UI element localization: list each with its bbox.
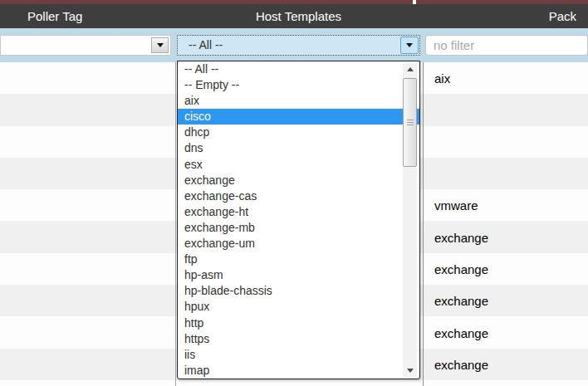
dropdown-option[interactable]: exchange-ht <box>178 204 419 220</box>
header-column-pack[interactable]: Pack <box>549 4 576 28</box>
pack-filter-input[interactable] <box>425 35 588 56</box>
triangle-down-icon <box>407 369 414 373</box>
dropdown-option[interactable]: exchange-mb <box>178 220 419 236</box>
dropdown-option[interactable]: hpux <box>178 299 419 315</box>
poller-tag-filter-select[interactable] <box>0 35 171 56</box>
host-templates-filter-select[interactable]: -- All -- <box>177 35 420 56</box>
scroll-up-button[interactable] <box>403 63 417 76</box>
host-select-arrow-button[interactable] <box>400 37 419 54</box>
dropdown-option[interactable]: -- Empty -- <box>178 77 419 93</box>
dropdown-option[interactable]: hp-blade-chassis <box>178 283 419 299</box>
dropdown-option[interactable]: cisco <box>178 109 419 125</box>
scroll-down-button[interactable] <box>403 364 417 377</box>
dropdown-option[interactable]: ftp <box>178 252 419 267</box>
dropdown-option[interactable]: iis <box>178 347 419 363</box>
scrollbar-thumb[interactable] <box>403 78 417 167</box>
dropdown-option[interactable]: esx <box>178 157 419 173</box>
dropdown-option[interactable]: dns <box>178 140 419 156</box>
scrollbar-grip-icon <box>407 120 414 126</box>
chevron-down-icon <box>406 43 413 47</box>
pack-cell: aix <box>434 71 450 86</box>
dropdown-option[interactable]: dhcp <box>178 125 419 140</box>
dropdown-option[interactable]: exchange-cas <box>178 188 419 204</box>
dropdown-options: -- All ---- Empty --aixciscodhcpdnsesxex… <box>178 61 419 379</box>
table-header: Poller Tag Host Templates Pack <box>0 4 588 28</box>
dropdown-option[interactable]: hp-asm <box>178 267 419 283</box>
poller-select-arrow-button[interactable] <box>151 37 169 53</box>
screen: Poller Tag Host Templates Pack aix vmwar… <box>0 0 588 386</box>
dropdown-option[interactable]: imap <box>178 363 419 379</box>
dropdown-option[interactable]: exchange-um <box>178 236 419 252</box>
dropdown-option[interactable]: exchange <box>178 173 419 188</box>
column-separator <box>175 62 176 386</box>
dropdown-option[interactable]: http <box>178 315 419 331</box>
dropdown-option[interactable]: -- All -- <box>178 61 419 77</box>
header-column-poller-tag[interactable]: Poller Tag <box>27 4 82 28</box>
pack-cell: exchange <box>434 357 488 371</box>
dropdown-option[interactable]: aix <box>178 93 419 109</box>
host-templates-dropdown-list: -- All ---- Empty --aixciscodhcpdnsesxex… <box>177 61 420 379</box>
chevron-down-icon <box>157 43 164 47</box>
column-separator <box>423 62 424 386</box>
pack-cell: exchange <box>434 325 488 340</box>
dropdown-option[interactable]: https <box>178 331 419 347</box>
triangle-up-icon <box>407 67 414 71</box>
pack-cell: exchange <box>434 261 488 276</box>
pack-cell: exchange <box>434 294 488 308</box>
host-templates-select-value: -- All -- <box>189 36 223 55</box>
header-column-host-templates[interactable]: Host Templates <box>177 4 420 28</box>
pack-cell: vmware <box>434 198 478 213</box>
pack-cell: exchange <box>434 230 488 244</box>
dropdown-scrollbar[interactable] <box>403 63 417 377</box>
